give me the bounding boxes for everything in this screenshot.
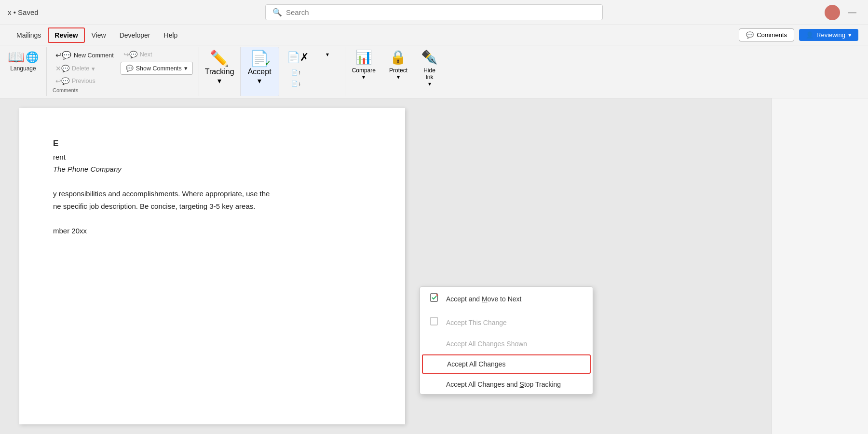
svg-rect-0	[431, 294, 437, 301]
accept-check-icon: ✓	[265, 58, 271, 68]
search-input[interactable]	[286, 8, 596, 16]
menu-developer[interactable]: Developer	[113, 27, 157, 43]
changes-group: 📄✗ ▾ 📄↑ 📄↓	[279, 47, 345, 96]
hide-ink-icon: ✒️	[421, 49, 438, 65]
prev-change-button[interactable]: 📄↑	[283, 68, 310, 78]
reviewing-dropdown-icon: ▾	[848, 31, 852, 39]
doc-line-4: y responsibilities and accomplishments. …	[53, 188, 371, 200]
svg-rect-1	[431, 317, 437, 325]
protect-button[interactable]: 🔒 Protect ▾	[382, 47, 414, 96]
show-comments-arrow: ▾	[184, 65, 188, 72]
next-change-icon: 📄↓	[291, 81, 301, 87]
search-box[interactable]: 🔍	[265, 4, 603, 20]
new-comment-label: New Comment	[74, 52, 114, 59]
protect-icon: 🔒	[390, 49, 407, 65]
tracking-icon-wrap: ✏️	[210, 49, 229, 68]
comments-button[interactable]: 💬 Comments	[739, 28, 794, 41]
reviewing-icon: 👤	[806, 31, 814, 39]
comments-section-label: Comments	[53, 87, 193, 94]
accept-all-changes-item[interactable]: Accept All Changes	[422, 354, 591, 374]
changes-bottom-row: 📄↓	[283, 79, 341, 89]
accept-stop-label: Accept All Changes and Stop Tracking	[446, 380, 561, 388]
delete-label: Delete	[72, 65, 89, 72]
delete-dropdown-icon: ▾	[92, 65, 95, 72]
reject-dropdown-icon: ▾	[326, 51, 329, 58]
accept-this-icon	[429, 316, 440, 328]
accept-button[interactable]: 📄 ✓ Accept ▾	[241, 47, 279, 96]
accept-stop-tracking-item[interactable]: Accept All Changes and Stop Tracking	[420, 375, 593, 394]
doc-line-2: rent	[53, 151, 371, 163]
compare-icon: 📊	[355, 49, 372, 65]
hide-ink-button[interactable]: ✒️ HideInk ▾	[414, 47, 445, 96]
document-content: E rent The Phone Company y responsibilit…	[53, 137, 371, 237]
protect-label: Protect	[389, 67, 407, 74]
menu-review[interactable]: Review	[48, 27, 84, 43]
tracking-button[interactable]: ✏️ Tracking ▾	[199, 47, 241, 96]
title-bar: x • Saved 🔍 —	[0, 0, 868, 25]
previous-button[interactable]: ↩💬 Previous	[53, 76, 117, 86]
prev-change-icon: 📄↑	[291, 69, 301, 76]
doc-line-1: E	[53, 137, 371, 151]
changes-top-row: 📄✗ ▾	[283, 49, 341, 67]
tracking-arrow: ▾	[217, 76, 221, 85]
accept-move-icon	[429, 293, 440, 305]
previous-label: Previous	[72, 78, 95, 84]
compare-button[interactable]: 📊 Compare ▾	[345, 47, 382, 96]
globe-icon: 🌐	[26, 51, 39, 64]
document-title: x • Saved	[8, 8, 39, 16]
reviewing-button[interactable]: 👤 Reviewing ▾	[799, 29, 858, 41]
accept-icon-wrap: 📄 ✓	[250, 49, 269, 68]
comments-right-col: ↪💬 Next 💬 Show Comments ▾	[121, 49, 193, 87]
tracking-label: Tracking	[205, 68, 234, 76]
comments-left-col: ↵💬 New Comment ✕💬 Delete ▾ ↩💬 Previous	[53, 49, 117, 87]
menu-view[interactable]: View	[85, 27, 113, 43]
language-icons: 📖 🌐	[8, 49, 39, 65]
delete-icon: ✕💬	[55, 65, 69, 72]
search-icon: 🔍	[272, 8, 282, 17]
doc-line-7: mber 20xx	[53, 225, 371, 237]
previous-icon: ↩💬	[55, 77, 69, 85]
accept-move-next-item[interactable]: Accept and Move to Next	[420, 287, 593, 311]
comments-ribbon-section: ↵💬 New Comment ✕💬 Delete ▾ ↩💬 Previous ↪…	[47, 47, 199, 96]
comments-upper: ↵💬 New Comment ✕💬 Delete ▾ ↩💬 Previous ↪…	[53, 49, 193, 87]
hide-ink-label: HideInk	[423, 67, 435, 81]
accept-move-label: Accept and Move to Next	[446, 295, 521, 303]
comments-button-label: Comments	[757, 31, 787, 39]
comment-bubble-icon: 💬	[746, 31, 754, 39]
menu-bar-right: 💬 Comments 👤 Reviewing ▾	[739, 28, 858, 41]
reject-button[interactable]: 📄✗	[283, 49, 312, 67]
hide-ink-arrow: ▾	[428, 81, 431, 87]
language-label: Language	[10, 65, 36, 72]
next-change-button[interactable]: 📄↓	[283, 79, 310, 89]
menu-help[interactable]: Help	[157, 27, 185, 43]
delete-button[interactable]: ✕💬 Delete ▾	[53, 63, 117, 74]
accept-all-label: Accept All Changes	[447, 360, 505, 368]
next-button[interactable]: ↪💬 Next	[121, 49, 193, 60]
show-comments-label: Show Comments	[136, 65, 182, 72]
reject-dropdown[interactable]: ▾	[314, 49, 341, 67]
new-comment-icon: ↵💬	[55, 51, 71, 60]
reviewing-button-label: Reviewing	[816, 31, 845, 39]
accept-this-change-item[interactable]: Accept This Change	[420, 311, 593, 334]
title-bar-right: —	[825, 5, 860, 20]
accept-dropdown-menu: Accept and Move to Next Accept This Chan…	[420, 286, 593, 394]
accept-label: Accept	[248, 68, 271, 76]
doc-line-5: ne specific job description. Be concise,…	[53, 200, 371, 213]
new-comment-button[interactable]: ↵💬 New Comment	[53, 49, 117, 61]
minimize-button[interactable]: —	[844, 5, 860, 19]
main-area: E rent The Phone Company y responsibilit…	[0, 98, 868, 434]
doc-line-3: The Phone Company	[53, 163, 371, 176]
compare-arrow: ▾	[362, 74, 365, 81]
accept-all-shown-item[interactable]: Accept All Changes Shown	[420, 334, 593, 353]
document-area: E rent The Phone Company y responsibilit…	[0, 98, 772, 434]
menu-mailings[interactable]: Mailings	[10, 27, 48, 43]
next-label: Next	[140, 51, 152, 58]
language-section[interactable]: 📖 🌐 Language	[0, 47, 47, 96]
menu-bar: Mailings Review View Developer Help 💬 Co…	[0, 25, 868, 45]
accept-arrow: ▾	[258, 76, 261, 85]
show-comments-button[interactable]: 💬 Show Comments ▾	[121, 62, 193, 75]
next-icon: ↪💬	[123, 51, 137, 58]
user-avatar	[825, 5, 840, 20]
accept-this-label: Accept This Change	[446, 319, 507, 326]
tracking-icon: ✏️	[210, 50, 229, 67]
